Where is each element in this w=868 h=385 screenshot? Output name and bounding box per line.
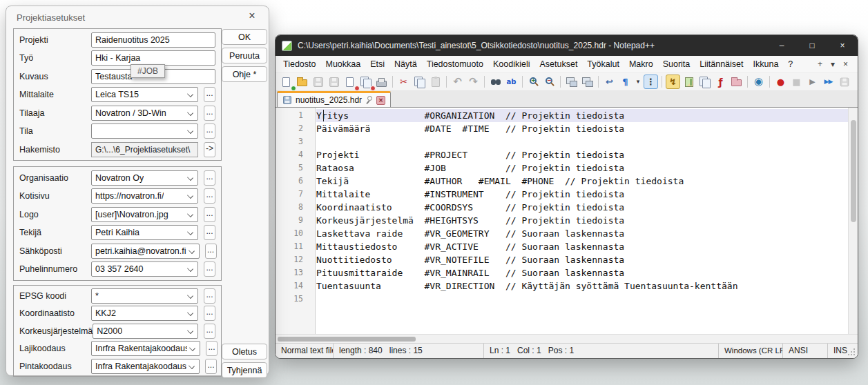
tekija-combo[interactable]: Petri Kaihia: [91, 225, 198, 240]
menu-item-help[interactable]: ?: [783, 57, 798, 71]
document-map-icon[interactable]: [682, 75, 696, 89]
tab-close-icon[interactable]: ×: [376, 96, 385, 105]
document-list-icon[interactable]: [697, 75, 712, 89]
indent-guide-icon[interactable]: ⋮: [644, 75, 658, 89]
print-icon[interactable]: [374, 75, 389, 89]
close-tab-icon[interactable]: ×: [843, 59, 848, 69]
menu-item-asetukset[interactable]: Asetukset: [534, 57, 582, 71]
vertical-scrollbar-thumb[interactable]: [851, 120, 856, 222]
pintakoodaus-browse-button[interactable]: ...: [205, 359, 217, 374]
editor[interactable]: 1 2 3 4 5 6 7 8 9 10 11 12 13 14 15 Yrit…: [276, 108, 858, 334]
menu-item-makro[interactable]: Makro: [624, 57, 658, 71]
lightning-icon[interactable]: ↯: [666, 75, 680, 89]
tila-combo[interactable]: [91, 124, 198, 139]
help-button[interactable]: Ohje *: [222, 66, 267, 82]
tila-browse-button[interactable]: ...: [204, 124, 215, 139]
puhelinnumero-browse-button[interactable]: ...: [204, 261, 215, 277]
koordinaatisto-combo[interactable]: KKJ2: [91, 306, 198, 321]
sync-horizontal-scroll-icon[interactable]: [580, 75, 595, 89]
menu-item-koodikieli[interactable]: Koodikieli: [488, 57, 535, 71]
menu-item-tiedostomuoto[interactable]: Tiedostomuoto: [422, 57, 488, 71]
lajikoodaus-combo[interactable]: Inrfra Rakentajakoodaus: [91, 341, 200, 356]
folder-as-workspace-icon[interactable]: [729, 75, 744, 89]
status-encoding[interactable]: ANSI: [783, 344, 828, 358]
save-icon[interactable]: [311, 75, 325, 89]
clear-button[interactable]: Tyhjennä: [222, 362, 267, 378]
tilaaja-browse-button[interactable]: ...: [204, 106, 215, 121]
epsg-combo[interactable]: *: [91, 288, 198, 304]
vertical-scrollbar[interactable]: [848, 108, 858, 334]
macro-save-icon[interactable]: [837, 75, 851, 89]
koordinaatisto-browse-button[interactable]: ...: [204, 306, 215, 321]
sahkoposti-combo[interactable]: petri.kaihia@novatron.fi: [91, 244, 200, 259]
status-eol-format[interactable]: Windows (CR LF): [719, 344, 783, 358]
close-button[interactable]: ×: [827, 35, 858, 56]
macro-stop-icon[interactable]: ■: [789, 75, 804, 89]
replace-icon[interactable]: ab: [504, 75, 519, 89]
undo-icon[interactable]: ↶: [450, 75, 465, 89]
menu-item-muokkaa[interactable]: Muokkaa: [320, 57, 365, 71]
organisaatio-browse-button[interactable]: ...: [204, 170, 215, 186]
dialog-close-icon[interactable]: ×: [245, 10, 259, 22]
find-icon[interactable]: [488, 75, 503, 89]
menu-item-liitannaiset[interactable]: Liitännäiset: [695, 57, 748, 71]
redo-icon[interactable]: ↷: [466, 75, 481, 89]
korkeusjarjestelma-combo[interactable]: N2000: [93, 324, 198, 339]
new-file-icon[interactable]: [279, 75, 293, 89]
open-directory-button[interactable]: ->: [204, 142, 215, 157]
tab-list-dropdown-icon[interactable]: ▾: [831, 59, 835, 69]
mittalaite-combo[interactable]: Leica TS15: [91, 87, 198, 102]
sahkoposti-browse-button[interactable]: ...: [205, 244, 217, 259]
ok-button[interactable]: OK: [222, 29, 267, 45]
epsg-browse-button[interactable]: ...: [204, 288, 215, 304]
pin-icon[interactable]: [365, 96, 373, 104]
minimize-button[interactable]: –: [766, 35, 797, 56]
tab-nuotitus-2025[interactable]: nuotitus_2025.hdr ×: [277, 91, 391, 107]
logo-combo[interactable]: [user]\Novatron.jpg: [91, 207, 198, 222]
pintakoodaus-combo[interactable]: Infra Rakentajakoodaus: [91, 359, 200, 374]
resize-grip[interactable]: [853, 354, 855, 355]
horizontal-scrollbar[interactable]: [276, 334, 858, 343]
cancel-button[interactable]: Peruuta: [222, 48, 267, 63]
notepadpp-titlebar[interactable]: C:\Users\petri.kaihia\Documents\Testi_ai…: [276, 35, 858, 56]
close-all-icon[interactable]: [358, 75, 373, 89]
korkeusjarjestelma-browse-button[interactable]: ...: [204, 324, 215, 339]
macro-record-icon[interactable]: ●: [773, 75, 788, 89]
sync-vertical-scroll-icon[interactable]: [564, 75, 579, 89]
new-tab-plus-icon[interactable]: +: [818, 59, 822, 69]
macro-run-multiple-icon[interactable]: ▶▶: [821, 75, 836, 89]
show-all-characters-icon[interactable]: ¶: [618, 75, 633, 89]
menu-item-nayta[interactable]: Näytä: [389, 57, 422, 71]
status-typing-mode[interactable]: INS: [828, 344, 858, 358]
chevron-down-icon[interactable]: ▾: [634, 75, 642, 89]
monitoring-eye-icon[interactable]: ◉: [751, 75, 766, 89]
open-file-icon[interactable]: [295, 75, 309, 89]
menu-item-suorita[interactable]: Suorita: [658, 57, 695, 71]
save-all-icon[interactable]: [327, 75, 341, 89]
copy-icon[interactable]: [412, 75, 427, 89]
projekti-input[interactable]: [91, 32, 215, 48]
close-file-icon[interactable]: [343, 75, 357, 89]
mittalaite-browse-button[interactable]: ...: [204, 87, 215, 102]
tekija-browse-button[interactable]: ...: [204, 225, 215, 240]
menu-item-ikkuna[interactable]: Ikkuna: [749, 57, 784, 71]
default-button[interactable]: Oletus: [222, 344, 267, 359]
menu-item-tiedosto[interactable]: Tiedosto: [278, 57, 320, 71]
macro-play-icon[interactable]: ▶: [805, 75, 820, 89]
tilaaja-combo[interactable]: Novatron / 3D-Win: [91, 106, 198, 121]
menu-item-tyokalut[interactable]: Työkalut: [582, 57, 624, 71]
tyo-input[interactable]: [91, 50, 215, 66]
kotisivu-combo[interactable]: https://novatron.fi/: [91, 188, 198, 204]
word-wrap-icon[interactable]: ↩: [602, 75, 617, 89]
zoom-in-icon[interactable]: [526, 75, 541, 89]
maximize-button[interactable]: □: [797, 35, 827, 56]
puhelinnumero-combo[interactable]: 03 357 2640: [91, 261, 198, 277]
paste-icon[interactable]: [428, 75, 443, 89]
menu-item-etsi[interactable]: Etsi: [365, 57, 389, 71]
horizontal-scrollbar-thumb[interactable]: [278, 337, 416, 342]
lajikoodaus-browse-button[interactable]: ...: [206, 341, 218, 356]
cut-icon[interactable]: ✂: [396, 75, 411, 89]
logo-browse-button[interactable]: ...: [204, 207, 215, 222]
function-list-icon[interactable]: ƒ: [713, 75, 728, 89]
organisaatio-combo[interactable]: Novatron Oy: [91, 170, 198, 186]
